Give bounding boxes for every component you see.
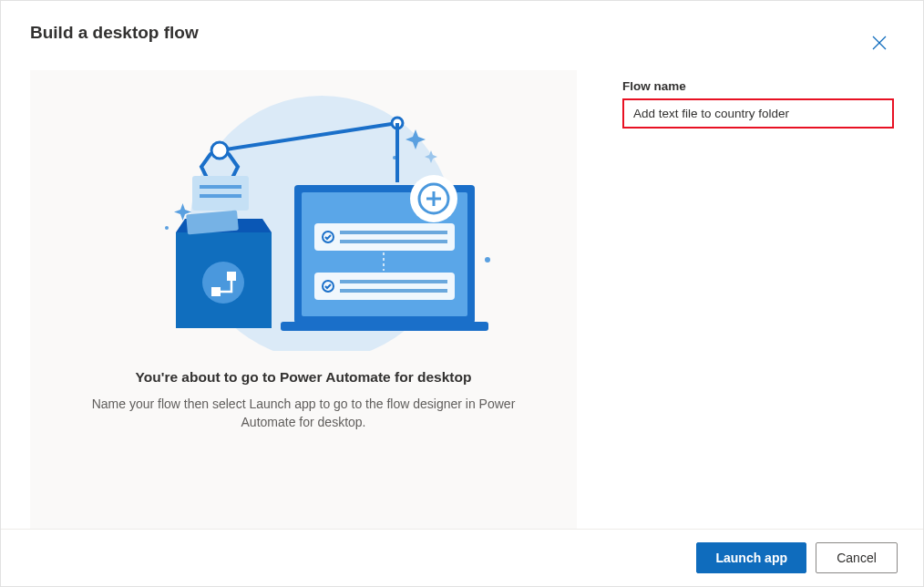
- flow-name-input[interactable]: [622, 98, 894, 129]
- form-panel: Flow name: [622, 70, 894, 529]
- dialog-title: Build a desktop flow: [30, 23, 199, 43]
- svg-point-5: [485, 257, 490, 263]
- info-panel: You're about to go to Power Automate for…: [30, 70, 577, 529]
- svg-point-9: [211, 142, 228, 159]
- dialog-header: Build a desktop flow: [1, 1, 923, 70]
- flow-name-label: Flow name: [622, 79, 894, 93]
- svg-point-4: [165, 226, 169, 230]
- launch-app-button[interactable]: Launch app: [696, 542, 806, 573]
- close-button[interactable]: [865, 28, 894, 57]
- dialog-content: You're about to go to Power Automate for…: [1, 70, 923, 529]
- build-desktop-flow-dialog: Build a desktop flow: [0, 0, 924, 587]
- cancel-button[interactable]: Cancel: [816, 542, 898, 573]
- svg-point-15: [202, 262, 244, 304]
- info-heading: You're about to go to Power Automate for…: [136, 369, 472, 386]
- close-icon: [872, 36, 887, 50]
- svg-rect-26: [314, 273, 455, 300]
- svg-rect-16: [211, 287, 221, 296]
- svg-rect-10: [192, 176, 249, 211]
- illustration: [112, 87, 495, 351]
- svg-rect-22: [314, 223, 455, 251]
- svg-rect-17: [227, 272, 236, 281]
- dialog-footer: Launch app Cancel: [1, 529, 923, 586]
- info-description: Name your flow then select Launch app to…: [76, 395, 531, 432]
